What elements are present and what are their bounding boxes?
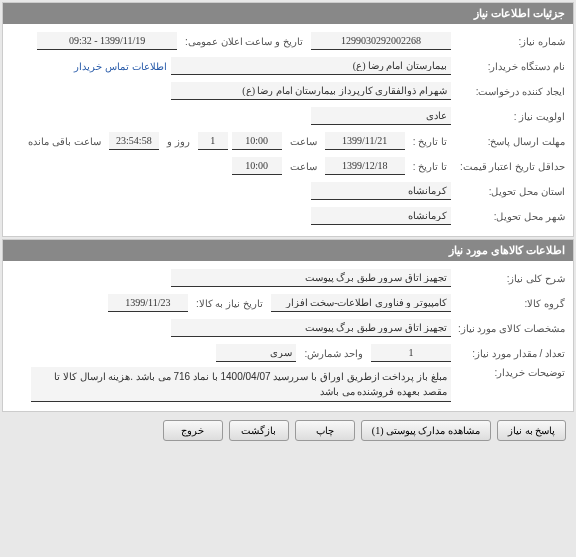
section-title-info: جزئیات اطلاعات نیاز bbox=[3, 3, 573, 24]
goods-group-field[interactable] bbox=[271, 294, 451, 312]
action-bar: پاسخ به نیاز مشاهده مدارک پیوستی (1) چاپ… bbox=[0, 414, 576, 447]
buyer-notes-field[interactable]: مبلغ باز پرداخت ازطریق اوراق با سررسید 1… bbox=[31, 367, 451, 402]
province-field[interactable] bbox=[311, 182, 451, 200]
validity-time-field[interactable] bbox=[232, 157, 282, 175]
goods-info-panel: اطلاعات کالاهای مورد نیاز شرح کلی نیاز: … bbox=[2, 239, 574, 412]
label-goods-date: تاریخ نیاز به کالا: bbox=[192, 298, 267, 309]
label-remaining: ساعت باقی مانده bbox=[24, 136, 105, 147]
qty-field[interactable] bbox=[371, 344, 451, 362]
label-announce-dt: تاریخ و ساعت اعلان عمومی: bbox=[181, 36, 307, 47]
label-goods-spec: مشخصات کالای مورد نیاز: bbox=[455, 323, 565, 334]
label-deadline: مهلت ارسال پاسخ: bbox=[455, 136, 565, 147]
label-goods-group: گروه کالا: bbox=[455, 298, 565, 309]
validity-date-field[interactable] bbox=[325, 157, 405, 175]
label-buyer-notes: توضیحات خریدار: bbox=[455, 367, 565, 378]
deadline-date-field[interactable] bbox=[325, 132, 405, 150]
goods-date-field[interactable] bbox=[108, 294, 188, 312]
section-title-goods: اطلاعات کالاهای مورد نیاز bbox=[3, 240, 573, 261]
label-priority: اولویت نیاز : bbox=[455, 111, 565, 122]
label-general-desc: شرح کلی نیاز: bbox=[455, 273, 565, 284]
priority-field[interactable] bbox=[311, 107, 451, 125]
exit-button[interactable]: خروج bbox=[163, 420, 223, 441]
label-time-2: ساعت bbox=[286, 161, 321, 172]
remaining-days-field[interactable] bbox=[198, 132, 228, 150]
request-info-panel: جزئیات اطلاعات نیاز شماره نیاز: تاریخ و … bbox=[2, 2, 574, 237]
attachments-button[interactable]: مشاهده مدارک پیوستی (1) bbox=[361, 420, 491, 441]
label-to-date-2: تا تاریخ : bbox=[409, 161, 451, 172]
goods-spec-field[interactable] bbox=[171, 319, 451, 337]
deadline-time-field[interactable] bbox=[232, 132, 282, 150]
label-unit: واحد شمارش: bbox=[300, 348, 367, 359]
reply-button[interactable]: پاسخ به نیاز bbox=[497, 420, 566, 441]
label-time-1: ساعت bbox=[286, 136, 321, 147]
label-request-no: شماره نیاز: bbox=[455, 36, 565, 47]
requester-field[interactable] bbox=[171, 82, 451, 100]
label-requester: ایجاد کننده درخواست: bbox=[455, 86, 565, 97]
label-province: استان محل تحویل: bbox=[455, 186, 565, 197]
unit-field[interactable] bbox=[216, 344, 296, 362]
buyer-name-field[interactable] bbox=[171, 57, 451, 75]
city-field[interactable] bbox=[311, 207, 451, 225]
label-day-and: روز و bbox=[163, 136, 194, 147]
label-to-date: تا تاریخ : bbox=[409, 136, 451, 147]
remaining-time-field[interactable] bbox=[109, 132, 159, 150]
label-city: شهر محل تحویل: bbox=[455, 211, 565, 222]
back-button[interactable]: بازگشت bbox=[229, 420, 289, 441]
print-button[interactable]: چاپ bbox=[295, 420, 355, 441]
label-validity: حداقل تاریخ اعتبار قیمت: bbox=[455, 161, 565, 172]
announce-datetime-field[interactable] bbox=[37, 32, 177, 50]
label-buyer: نام دستگاه خریدار: bbox=[455, 61, 565, 72]
general-desc-field[interactable] bbox=[171, 269, 451, 287]
buyer-contact-link[interactable]: اطلاعات تماس خریدار bbox=[74, 61, 167, 72]
label-qty: تعداد / مقدار مورد نیاز: bbox=[455, 348, 565, 359]
request-no-field[interactable] bbox=[311, 32, 451, 50]
